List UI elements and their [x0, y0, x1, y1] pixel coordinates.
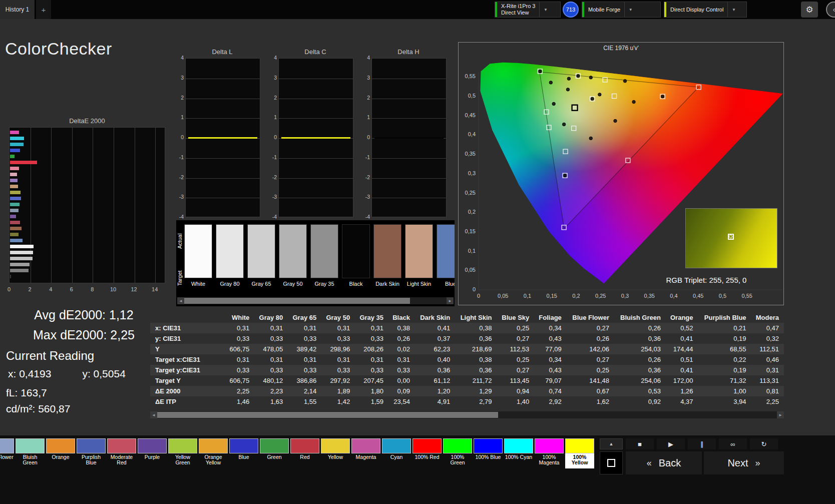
collapse-panel-button[interactable]: ‹: [826, 2, 835, 18]
measurement-count-badge[interactable]: 713: [563, 2, 579, 18]
scroll-left-button[interactable]: ◄: [177, 297, 184, 304]
deltae-bar: [10, 137, 24, 140]
patch-orange[interactable]: Orange: [46, 438, 75, 468]
continuous-button[interactable]: ∞: [719, 438, 747, 449]
table-cell: 1,42: [321, 396, 355, 407]
table-cell: 0,19: [698, 365, 751, 375]
chevron-left-icon: «: [647, 458, 652, 468]
table-cell: 0,51: [666, 354, 698, 365]
swatch-black[interactable]: Black: [342, 224, 370, 287]
patch-yellow-green[interactable]: Yellow Green: [168, 438, 197, 468]
next-button[interactable]: Next »: [704, 451, 784, 474]
swatch-light-skin[interactable]: Light Skin: [405, 224, 433, 287]
patch-100-magenta[interactable]: 100% Magenta: [535, 438, 564, 468]
patch-bluish-green[interactable]: Bluish Green: [16, 438, 45, 468]
patch-moderate-red[interactable]: Moderate Red: [107, 438, 136, 468]
patch-yellow[interactable]: Yellow: [321, 438, 350, 468]
scrollbar-track[interactable]: [184, 297, 447, 304]
swatch-gray-65[interactable]: Gray 65: [247, 224, 275, 287]
patch-blue[interactable]: Blue: [229, 438, 258, 468]
meter-device-dropdown[interactable]: X-Rite i1Pro 3 Direct View ▼: [495, 2, 561, 18]
deltae-plot: [9, 127, 165, 283]
swatch-gray-35[interactable]: Gray 35: [310, 224, 338, 287]
selected-marker: [572, 105, 578, 111]
table-cell: 0,27: [497, 365, 535, 375]
table-cell: 0,31: [321, 354, 355, 365]
patch-label: Yellow Green: [168, 453, 197, 468]
swatch-scrollbar[interactable]: ◄ ►: [177, 297, 454, 304]
patch-color: [351, 438, 380, 453]
gridline: [372, 99, 446, 99]
table-cell: 1,80: [355, 386, 388, 396]
avg-de2000: Avg dE2000: 1,12: [0, 308, 168, 322]
swatch-label: White: [184, 281, 212, 287]
add-tab-button[interactable]: +: [36, 0, 51, 19]
deltae-axis-tick: 14: [149, 286, 161, 292]
table-cell: 68,55: [698, 344, 751, 354]
loop-button[interactable]: ↻: [750, 438, 778, 449]
scroll-right-button[interactable]: ►: [447, 297, 454, 304]
table-cell: 0,31: [355, 354, 388, 365]
patch-purple[interactable]: Purple: [138, 438, 167, 468]
deltae-bar: [10, 185, 18, 188]
table-cell: 0,41: [666, 365, 698, 375]
workflow-dropdown[interactable]: Mobile Forge ▼: [582, 2, 661, 18]
gridline: [186, 158, 260, 159]
patch-color: [199, 438, 228, 453]
patch-100-green[interactable]: 100% Green: [443, 438, 472, 468]
swatch-gray-80[interactable]: Gray 80: [216, 224, 244, 287]
patch-red[interactable]: Red: [290, 438, 319, 468]
scroll-right-button[interactable]: ►: [777, 411, 784, 418]
patch-100-yellow[interactable]: 100% Yellow: [565, 438, 594, 468]
swatch-blue[interactable]: Blue: [437, 224, 455, 287]
patch-magenta[interactable]: Magenta: [351, 438, 380, 468]
play-button[interactable]: ▶: [657, 438, 685, 449]
scrollbar-thumb[interactable]: [157, 412, 498, 418]
patch-100-cyan[interactable]: 100% Cyan: [504, 438, 533, 468]
swatch-strip: Actual Target WhiteGray 80Gray 65Gray 50…: [176, 220, 455, 306]
chevron-down-icon[interactable]: ▼: [539, 2, 551, 17]
table-col-blue-flower: Blue Flower: [567, 312, 614, 323]
patch-purplish-blue[interactable]: Purplish Blue: [77, 438, 106, 468]
chevron-down-icon[interactable]: ▼: [727, 2, 739, 17]
patch-label: Purplish Blue: [77, 453, 106, 468]
settings-gear-button[interactable]: ⚙: [801, 2, 818, 18]
measured-marker: [577, 75, 580, 78]
swatch-gray-50[interactable]: Gray 50: [279, 224, 307, 287]
stop-button[interactable]: ■: [626, 438, 654, 449]
patch-label: 100% Green: [443, 453, 472, 468]
cie-x-tick: 0,15: [542, 293, 562, 299]
history-tab[interactable]: History 1: [0, 0, 35, 19]
chevron-glyph: ▼: [544, 8, 548, 12]
current-y: y: 0,5054: [82, 368, 125, 380]
scrollbar-track[interactable]: [157, 411, 777, 418]
transport-icons: ■▶∥∞↻: [626, 438, 778, 449]
scroll-left-button[interactable]: ◄: [150, 411, 157, 418]
pause-button[interactable]: ∥: [688, 438, 716, 449]
table-cell: 254,03: [614, 344, 666, 354]
chevron-down-icon[interactable]: ▼: [624, 2, 636, 17]
table-cell: 2,14: [288, 386, 321, 396]
deltae-xticks: 02468101214: [9, 286, 165, 293]
display-control-dropdown[interactable]: Direct Display Control ▼: [664, 2, 747, 18]
patch-cyan[interactable]: Cyan: [382, 438, 411, 468]
table-cell: 0,00: [388, 375, 415, 386]
swatch-dark-skin[interactable]: Dark Skin: [373, 224, 401, 287]
scrollbar-thumb[interactable]: [184, 298, 410, 304]
table-cell: 0,09: [388, 386, 415, 396]
back-button[interactable]: « Back: [626, 451, 702, 474]
patch-orange-yellow[interactable]: Orange Yellow: [199, 438, 228, 468]
measured-marker: [552, 102, 555, 105]
patch-green[interactable]: Green: [260, 438, 289, 468]
row-label: y: CIE31: [150, 333, 225, 344]
patch-blue-flower[interactable]: Blue Flower: [0, 438, 14, 468]
patch-100-blue[interactable]: 100% Blue: [474, 438, 503, 468]
delta-axis-tick: 4: [362, 55, 370, 61]
table-scrollbar[interactable]: ◄ ►: [150, 411, 784, 418]
patch-color: [77, 438, 106, 453]
stop-pattern-button[interactable]: [600, 451, 623, 474]
square-icon: [607, 459, 615, 467]
collapse-patch-bar-button[interactable]: ▲: [600, 438, 623, 449]
swatch-white[interactable]: White: [184, 224, 212, 287]
patch-100-red[interactable]: 100% Red: [412, 438, 442, 468]
